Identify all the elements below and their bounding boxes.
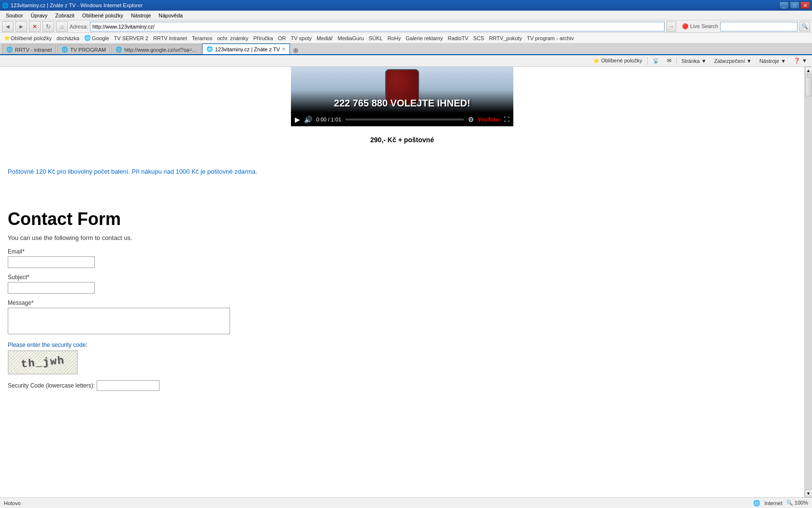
second-toolbar: ⭐ Oblíbené položky 📡 ✉ Stránka ▼ Zabezpe… <box>0 55 812 67</box>
tab-google[interactable]: 🌐 http://www.google.cz/url?sa=... <box>111 45 201 54</box>
bookmark-rrtv-intranet[interactable]: RRTV Intranet <box>151 35 189 42</box>
mail-button[interactable]: ✉ <box>664 57 674 65</box>
bookmark-tv-server[interactable]: TV SERVER 2 <box>112 35 150 42</box>
message-group: Message* <box>8 299 797 336</box>
security-code-input[interactable] <box>97 380 160 391</box>
price-text: 290,- Kč + poštovné <box>370 136 434 144</box>
bookmark-mediaguru[interactable]: MediaGuru <box>336 35 366 42</box>
scroll-thumb[interactable] <box>805 77 812 96</box>
scroll-up-button[interactable]: ▲ <box>805 67 812 75</box>
forward-button[interactable]: ► <box>15 21 27 32</box>
search-input[interactable] <box>720 22 798 31</box>
menu-favorites[interactable]: Oblíbené položky <box>78 12 127 19</box>
bookmark-label: docházka <box>57 35 79 41</box>
bookmark-label: Oblíbené položky <box>11 35 52 41</box>
tab-icon: 🌐 <box>6 46 13 53</box>
bookmark-label: RoHy <box>388 35 401 41</box>
minimize-button[interactable]: _ <box>779 1 789 9</box>
menu-edit[interactable]: Úpravy <box>27 12 51 19</box>
bookmark-mediar[interactable]: Mediář <box>315 35 335 42</box>
back-button[interactable]: ◄ <box>2 21 14 32</box>
bookmark-favorites[interactable]: ⭐ Oblíbené položky <box>2 35 54 42</box>
page-button[interactable]: Stránka ▼ <box>679 57 710 65</box>
zone-text: Internet <box>764 500 782 506</box>
status-right: 🌐 Internet 🔍 100% <box>753 500 808 507</box>
bookmark-dochazka[interactable]: docházka <box>55 35 81 42</box>
volume-button[interactable]: 🔊 <box>304 116 312 123</box>
stop-button[interactable]: ✕ <box>29 21 41 32</box>
go-button[interactable]: → <box>667 21 676 32</box>
bookmark-label: Teramos <box>192 35 212 41</box>
shipping-info: Poštovné 120 Kč pro libovolný počet bale… <box>8 163 797 190</box>
tab-label: 123vitaminy.cz | Znáte z TV <box>215 46 280 52</box>
search-label: 🔴 Live Search <box>682 23 718 30</box>
menu-help[interactable]: Nápověda <box>155 12 187 19</box>
menu-view[interactable]: Zobrazit <box>51 12 78 19</box>
bookmark-label: Google <box>92 35 109 41</box>
help-button[interactable]: ❓ ▼ <box>791 57 810 65</box>
restore-button[interactable]: □ <box>790 1 799 9</box>
tab-icon: 🌐 <box>206 46 213 52</box>
tools-button[interactable]: Nástroje ▼ <box>756 57 789 65</box>
email-input[interactable] <box>8 256 95 268</box>
bookmark-label: SÚKL <box>369 35 383 41</box>
new-tab-button[interactable]: ⊕ <box>293 46 299 54</box>
address-input[interactable] <box>90 22 665 31</box>
price-section: 290,- Kč + poštovné <box>8 126 797 153</box>
subject-input[interactable] <box>8 282 95 294</box>
subject-group: Subject* <box>8 274 797 294</box>
menu-file[interactable]: Soubor <box>2 12 27 19</box>
status-text: Hotovo <box>4 500 21 506</box>
bookmark-tv-spoty[interactable]: TV spoty <box>289 35 313 42</box>
spacer-2 <box>8 190 797 204</box>
bookmark-radiotv[interactable]: RadioTV <box>446 35 470 42</box>
title-bar-controls: _ □ ✕ <box>779 1 810 9</box>
status-bar: Hotovo 🌐 Internet 🔍 100% <box>0 497 812 508</box>
video-progress-bar[interactable] <box>345 119 464 120</box>
email-label: Email* <box>8 248 797 255</box>
bookmark-teramos[interactable]: Teramos <box>190 35 214 42</box>
bookmark-or[interactable]: OR <box>276 35 288 42</box>
tab-bar: 🌐 RRTV - intranet 🌐 TV PROGRAM 🌐 http://… <box>0 44 812 55</box>
address-label: Adresa: <box>70 24 88 30</box>
video-settings-button[interactable]: ⚙ <box>468 116 474 123</box>
main-content: 222 765 880 VOLEJTE IHNED! ▶ 🔊 0:00 / 1:… <box>0 67 804 497</box>
bookmark-ochr-znamky[interactable]: ochr. známky <box>215 35 250 42</box>
bookmark-label: TV spoty <box>290 35 311 41</box>
video-phone-text: 222 765 880 VOLEJTE IHNED! <box>334 98 470 109</box>
bookmark-label: Příručka <box>253 35 273 41</box>
bookmark-galerie[interactable]: Galerie reklamy <box>404 35 445 42</box>
email-group: Email* <box>8 248 797 268</box>
close-button[interactable]: ✕ <box>800 1 810 9</box>
security-code-label: Security Code (lowercase letters): <box>8 382 95 389</box>
security-button[interactable]: Zabezpečení ▼ <box>711 57 755 65</box>
scroll-track[interactable] <box>805 75 812 490</box>
home-button[interactable]: ⌂ <box>56 21 68 32</box>
message-textarea[interactable] <box>8 308 230 334</box>
tab-rrtv-intranet[interactable]: 🌐 RRTV - intranet <box>2 45 56 54</box>
bookmark-scs[interactable]: SCS <box>471 35 486 42</box>
tab-close-icon[interactable]: ✕ <box>282 46 286 52</box>
bookmark-google[interactable]: 🌐 Google <box>82 34 111 42</box>
bookmark-tv-archiv[interactable]: TV program - archiv <box>525 35 576 42</box>
tab-123vitaminy[interactable]: 🌐 123vitaminy.cz | Znáte z TV ✕ <box>202 44 290 54</box>
bookmark-label: RRTV_pokuty <box>489 35 522 41</box>
bookmark-pokuty[interactable]: RRTV_pokuty <box>487 35 524 42</box>
favorites-star-button[interactable]: ⭐ Oblíbené položky <box>590 57 645 65</box>
tab-tv-program[interactable]: 🌐 TV PROGRAM <box>57 45 110 54</box>
bookmark-label: MediaGuru <box>338 35 364 41</box>
rss-button[interactable]: 📡 <box>650 57 662 65</box>
contact-form-title: Contact Form <box>8 209 797 229</box>
bookmark-sukl[interactable]: SÚKL <box>367 35 385 42</box>
fullscreen-button[interactable]: ⛶ <box>504 116 509 123</box>
menu-tools[interactable]: Nástroje <box>127 12 155 19</box>
globe-icon: 🌐 <box>84 35 91 41</box>
bookmark-label: SCS <box>473 35 484 41</box>
vertical-scrollbar[interactable]: ▲ ▼ <box>804 67 812 497</box>
refresh-button[interactable]: ↻ <box>43 21 54 32</box>
bookmark-rohy[interactable]: RoHy <box>386 35 403 42</box>
play-button[interactable]: ▶ <box>295 116 300 123</box>
bookmark-prirucka[interactable]: Příručka <box>251 35 275 42</box>
search-button[interactable]: 🔍 <box>799 22 810 31</box>
scroll-down-button[interactable]: ▼ <box>805 490 812 497</box>
